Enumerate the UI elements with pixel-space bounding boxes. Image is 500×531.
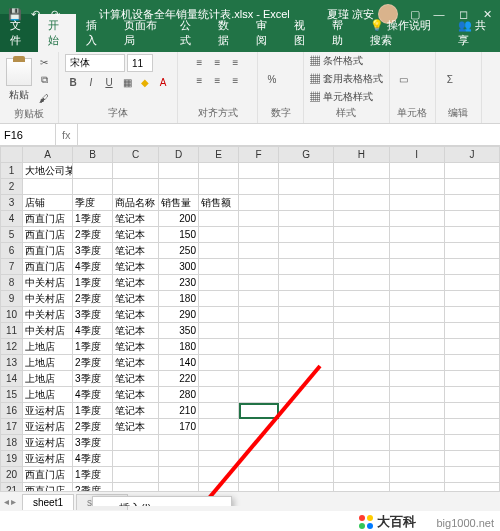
cell[interactable]: 亚运村店 [23, 419, 73, 435]
row-header[interactable]: 17 [1, 419, 23, 435]
cell[interactable] [239, 227, 279, 243]
cell[interactable] [334, 195, 389, 211]
italic-button[interactable]: I [83, 74, 99, 90]
row-header[interactable]: 10 [1, 307, 23, 323]
undo-icon[interactable]: ↶ [28, 7, 42, 21]
cell[interactable] [199, 467, 239, 483]
cell[interactable]: 亚运村店 [23, 451, 73, 467]
cell[interactable]: 4季度 [73, 451, 113, 467]
cell[interactable]: 上地店 [23, 339, 73, 355]
cell[interactable] [444, 467, 499, 483]
cell[interactable] [239, 259, 279, 275]
cell[interactable]: 笔记本 [113, 403, 159, 419]
cell[interactable]: 中关村店 [23, 307, 73, 323]
cell[interactable] [389, 163, 444, 179]
cell[interactable] [199, 275, 239, 291]
cell[interactable] [334, 403, 389, 419]
cell[interactable] [199, 435, 239, 451]
cell[interactable] [239, 195, 279, 211]
cell[interactable]: 笔记本 [113, 307, 159, 323]
cell[interactable] [279, 467, 334, 483]
align-right-icon[interactable]: ≡ [228, 72, 244, 88]
cell[interactable] [239, 163, 279, 179]
cell[interactable] [239, 419, 279, 435]
cell[interactable] [334, 243, 389, 259]
cell[interactable] [279, 259, 334, 275]
cell[interactable]: 1季度 [73, 467, 113, 483]
cell[interactable] [279, 275, 334, 291]
minimize-icon[interactable]: — [432, 7, 446, 21]
tab-review[interactable]: 审阅 [246, 14, 284, 52]
cell[interactable] [279, 355, 334, 371]
cell[interactable]: 180 [159, 291, 199, 307]
tab-view[interactable]: 视图 [284, 14, 322, 52]
cell[interactable] [279, 211, 334, 227]
cell[interactable] [239, 179, 279, 195]
cell[interactable] [389, 355, 444, 371]
cell[interactable]: 4季度 [73, 387, 113, 403]
worksheet-grid[interactable]: ABCDEFGHIJ1大地公司某品牌计算机设备全年销量统计表23店铺季度商品名称… [0, 146, 500, 506]
cell[interactable] [199, 419, 239, 435]
cell[interactable]: 2季度 [73, 355, 113, 371]
cell[interactable] [444, 211, 499, 227]
font-name-select[interactable]: 宋体 [65, 54, 125, 72]
cell[interactable] [279, 227, 334, 243]
row-header[interactable]: 15 [1, 387, 23, 403]
border-button[interactable]: ▦ [119, 74, 135, 90]
cell[interactable] [444, 403, 499, 419]
cell[interactable] [389, 227, 444, 243]
cell[interactable] [334, 259, 389, 275]
cell[interactable] [199, 355, 239, 371]
sheet-nav-next-icon[interactable]: ▸ [11, 496, 16, 507]
cell[interactable]: 笔记本 [113, 243, 159, 259]
cell[interactable] [23, 179, 73, 195]
col-header-G[interactable]: G [279, 147, 334, 163]
cell[interactable]: 140 [159, 355, 199, 371]
row-header[interactable]: 13 [1, 355, 23, 371]
sort-icon[interactable]: Σ [442, 72, 458, 88]
col-header-J[interactable]: J [444, 147, 499, 163]
cell[interactable] [239, 355, 279, 371]
cell[interactable] [159, 467, 199, 483]
cell[interactable] [334, 323, 389, 339]
cell[interactable] [239, 371, 279, 387]
cell[interactable] [199, 371, 239, 387]
cell[interactable] [389, 403, 444, 419]
cell[interactable] [389, 291, 444, 307]
cell[interactable] [279, 403, 334, 419]
cell[interactable] [73, 179, 113, 195]
cell[interactable] [389, 339, 444, 355]
row-header[interactable]: 11 [1, 323, 23, 339]
insert-cell-icon[interactable]: ▭ [396, 72, 412, 88]
cell[interactable]: 店铺 [23, 195, 73, 211]
cell[interactable] [444, 243, 499, 259]
row-header[interactable]: 20 [1, 467, 23, 483]
cell[interactable]: 亚运村店 [23, 403, 73, 419]
cell[interactable]: 290 [159, 307, 199, 323]
cell[interactable] [444, 179, 499, 195]
cell[interactable]: 笔记本 [113, 339, 159, 355]
cell[interactable] [159, 179, 199, 195]
cell[interactable] [279, 291, 334, 307]
cell[interactable] [389, 195, 444, 211]
cell[interactable]: 笔记本 [113, 355, 159, 371]
cell[interactable]: 3季度 [73, 371, 113, 387]
cell[interactable] [389, 323, 444, 339]
cell[interactable]: 笔记本 [113, 419, 159, 435]
cell[interactable]: 3季度 [73, 435, 113, 451]
cell[interactable]: 笔记本 [113, 227, 159, 243]
cell[interactable]: 1季度 [73, 275, 113, 291]
cell[interactable] [444, 387, 499, 403]
row-header[interactable]: 7 [1, 259, 23, 275]
cell[interactable]: 西直门店 [23, 243, 73, 259]
cell[interactable] [444, 291, 499, 307]
cell[interactable]: 2季度 [73, 419, 113, 435]
cell[interactable] [389, 307, 444, 323]
cell[interactable] [389, 243, 444, 259]
cell[interactable] [73, 163, 113, 179]
cell[interactable] [113, 179, 159, 195]
cell[interactable]: 季度 [73, 195, 113, 211]
cell[interactable] [279, 163, 334, 179]
cell[interactable] [389, 371, 444, 387]
cell[interactable]: 中关村店 [23, 323, 73, 339]
